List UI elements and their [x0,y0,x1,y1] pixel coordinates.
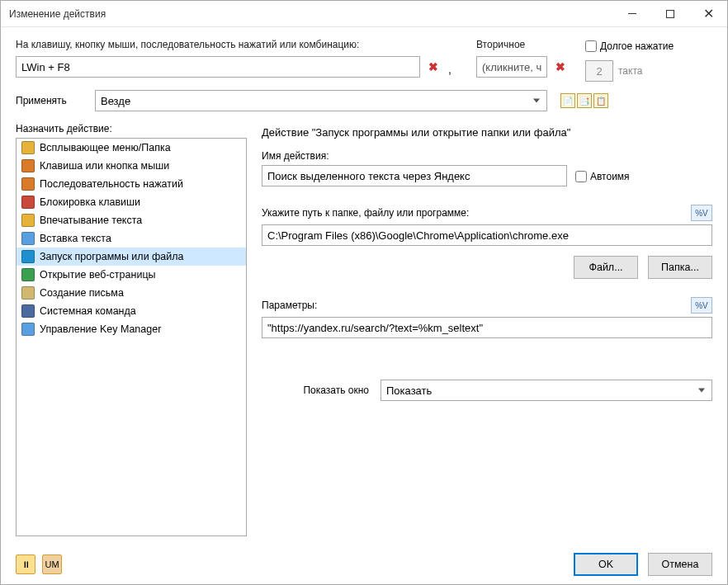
action-item-label: Управление Key Manager [40,323,161,335]
action-item-7[interactable]: Открытие веб-страницы [17,266,246,284]
path-field-label: Укажите путь к папке, файлу или программ… [262,207,469,219]
action-config-panel: Действие "Запуск программы или открытие … [262,123,712,536]
clear-secondary-icon[interactable]: ✖ [551,57,570,77]
action-item-0[interactable]: Всплывающее меню/Папка [17,139,246,157]
action-item-9[interactable]: Системная команда [17,302,246,320]
bottom-icon-um[interactable]: UM [42,554,62,574]
name-field-label: Имя действия: [262,150,712,162]
autoname-checkbox[interactable] [575,171,587,182]
action-item-icon [21,304,35,318]
dialog-window: Изменение действия ✕ На клавишу, кнопку … [0,0,728,585]
minimize-button[interactable] [613,1,651,27]
action-item-8[interactable]: Создание письма [17,284,246,302]
svg-rect-0 [628,13,636,14]
action-item-label: Впечатывание текста [40,215,142,226]
action-item-4[interactable]: Впечатывание текста [17,211,246,229]
action-list[interactable]: Всплывающее меню/ПапкаКлавиша или кнопка… [16,138,247,536]
show-window-value: Показать [386,384,432,397]
dialog-buttons: OK Отмена [574,553,712,576]
show-window-label: Показать окно [262,384,369,396]
params-variable-button[interactable]: %V [691,297,712,314]
show-window-select[interactable]: Показать [381,380,712,401]
action-item-1[interactable]: Клавиша или кнопка мыши [17,157,246,175]
file-button[interactable]: Файл... [574,256,638,279]
action-item-icon [21,196,35,209]
separator-comma: , [447,58,453,76]
name-field-group: Имя действия: Автоимя [262,150,712,186]
apply-icon-1[interactable]: 📄 [560,93,575,108]
params-input[interactable] [262,317,712,338]
path-field-row [262,224,712,246]
path-variable-button[interactable]: %V [691,205,712,221]
action-item-10[interactable]: Управление Key Manager [17,320,246,338]
action-item-icon [21,177,35,191]
secondary-hotkey-input[interactable] [476,56,547,78]
action-item-icon [21,232,35,245]
action-list-col: Назначить действие: Всплывающее меню/Пап… [16,123,247,536]
params-field-label-row: Параметры: %V [262,297,712,314]
show-window-row: Показать окно Показать [262,380,712,401]
action-item-label: Системная команда [40,305,136,317]
maximize-button[interactable] [651,1,689,27]
path-field-group: Укажите путь к папке, файлу или программ… [262,205,712,279]
action-item-label: Блокировка клавиши [40,196,140,208]
action-item-icon [21,141,35,154]
window-title: Изменение действия [9,8,613,20]
action-item-3[interactable]: Блокировка клавиши [17,193,246,211]
action-item-5[interactable]: Вставка текста [17,229,246,248]
action-item-label: Запуск программы или файла [40,251,184,262]
action-item-icon [21,268,35,281]
primary-hotkey-input-row: ✖ , [16,56,461,78]
path-buttons: Файл... Папка... [262,256,712,279]
action-header: Действие "Запуск программы или открытие … [262,123,712,139]
apply-label: Применять [16,95,87,106]
apply-select-value: Везде [101,95,130,107]
action-list-label: Назначить действие: [16,123,247,134]
bottom-icon-pause[interactable]: ⏸ [16,554,35,574]
long-press-checkbox[interactable] [585,40,597,52]
params-field-label: Параметры: [262,300,317,311]
action-item-icon [21,159,35,172]
action-item-label: Всплывающее меню/Папка [40,142,171,153]
action-item-icon [21,250,35,263]
path-field-label-row: Укажите путь к папке, файлу или программ… [262,205,712,221]
action-name-input[interactable] [262,165,567,186]
close-button[interactable]: ✕ [689,1,727,27]
folder-button[interactable]: Папка... [648,256,712,279]
hotkey-row: На клавишу, кнопку мыши, последовательно… [16,39,712,82]
apply-icon-3[interactable]: 📋 [593,93,608,108]
action-item-icon [21,323,35,336]
autoname-label: Автоимя [590,171,630,182]
secondary-hotkey-input-row: ✖ [476,56,570,78]
long-press-col: Долгое нажатие такта [585,39,712,82]
long-press-label: Долгое нажатие [600,40,674,52]
apply-row: Применять Везде 📄 📑 📋 [16,90,712,111]
action-item-6[interactable]: Запуск программы или файла [17,248,246,266]
takt-row: такта [585,60,712,82]
svg-rect-1 [667,10,674,17]
takt-input [585,60,613,82]
apply-select[interactable]: Везде [95,90,547,111]
secondary-hotkey-col: Вторичное ✖ [476,39,570,78]
primary-hotkey-col: На клавишу, кнопку мыши, последовательно… [16,39,461,78]
primary-hotkey-label: На клавишу, кнопку мыши, последовательно… [16,39,461,50]
apply-icons: 📄 📑 📋 [560,93,608,108]
secondary-hotkey-label: Вторичное [476,39,570,50]
clear-primary-icon[interactable]: ✖ [423,57,443,77]
action-item-label: Клавиша или кнопка мыши [40,160,169,172]
long-press-checkbox-row: Долгое нажатие [585,40,712,52]
path-input[interactable] [262,224,712,246]
autoname-row: Автоимя [575,171,630,182]
params-field-group: Параметры: %V [262,297,712,338]
action-item-icon [21,214,35,227]
ok-button[interactable]: OK [574,553,638,576]
action-item-2[interactable]: Последовательность нажатий [17,175,246,193]
window-controls: ✕ [613,1,727,27]
takt-label: такта [618,65,642,77]
action-item-icon [21,286,35,300]
cancel-button[interactable]: Отмена [648,553,712,576]
primary-hotkey-input[interactable] [16,56,420,78]
action-item-label: Вставка текста [40,233,111,244]
params-field-row [262,317,712,338]
apply-icon-2[interactable]: 📑 [577,93,592,108]
